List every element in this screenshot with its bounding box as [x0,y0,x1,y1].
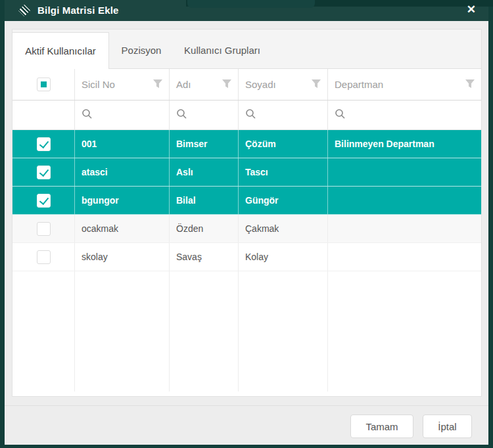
dialog-title: Bilgi Matrisi Ekle [37,0,119,21]
table-cell: atasci [74,158,169,186]
table-body: 001BimserÇözümBilinmeyen Departmanatasci… [12,130,481,271]
search-icon [82,108,93,122]
table-row[interactable]: atasciAslıTascı [12,158,481,187]
table-cell: Bimser [169,130,238,158]
dialog-titlebar: Bilgi Matrisi Ekle ✕ [5,0,488,21]
select-all-checkbox[interactable] [37,78,51,91]
column-header-sicil-no[interactable]: Sicil No [74,69,169,100]
table-filter-row [12,101,481,130]
table-cell: Bilal [169,187,238,214]
search-icon [176,108,187,122]
filter-funnel-icon[interactable] [222,79,231,90]
table-cell: Güngör [238,187,327,214]
table-cell: ocakmak [74,215,169,242]
cancel-button[interactable]: İptal [423,414,472,438]
row-checkbox[interactable] [37,250,51,264]
tab-bar: Aktif Kullanıcılar Pozisyon Kullanıcı Gr… [12,30,481,69]
tab-pozisyon[interactable]: Pozisyon [108,32,174,68]
filter-funnel-icon[interactable] [153,79,162,90]
tab-aktif-kullanicilar[interactable]: Aktif Kullanıcılar [12,32,109,69]
table-cell [327,158,481,186]
close-icon[interactable]: ✕ [467,0,476,20]
row-checkbox-cell [12,187,74,214]
column-header-adi[interactable]: Adı [169,69,238,100]
table-empty-area [12,271,481,392]
table-cell: Çakmak [238,215,327,242]
ok-button[interactable]: Tamam [350,414,413,438]
filter-funnel-icon[interactable] [312,79,321,90]
table-row[interactable]: bgungorBilalGüngör [12,187,481,215]
table-cell: Özden [169,215,238,242]
dialog: Bilgi Matrisi Ekle ✕ Aktif Kullanıcılar … [5,0,488,445]
search-icon [245,108,256,122]
row-checkbox-cell [12,243,74,271]
column-header-soyadi[interactable]: Soyadı [238,69,327,100]
filter-empty-cell [12,101,74,129]
content-panel: Aktif Kullanıcılar Pozisyon Kullanıcı Gr… [12,29,482,397]
table-cell: Aslı [169,158,238,186]
row-checkbox[interactable] [37,222,51,236]
row-checkbox[interactable] [37,166,51,179]
table-row[interactable]: skolaySavaşKolay [12,243,481,271]
row-checkbox[interactable] [37,194,51,208]
table-cell: Savaş [169,243,238,271]
tab-kullanici-gruplari[interactable]: Kullanıcı Grupları [174,32,270,68]
table-cell: 001 [74,130,169,158]
table-cell: Kolay [238,243,327,271]
table-row[interactable]: 001BimserÇözümBilinmeyen Departman [12,130,481,158]
background-artifact [187,0,315,8]
filter-funnel-icon[interactable] [465,79,475,90]
filter-input-soyadi[interactable] [238,101,327,129]
filter-input-departman[interactable] [327,101,481,129]
table-row[interactable]: ocakmakÖzdenÇakmak [12,215,481,243]
footer-divider [5,405,488,406]
row-checkbox[interactable] [37,137,51,151]
search-icon [335,108,346,122]
table-cell [327,215,481,242]
table-cell: bgungor [74,187,169,214]
select-all-cell [12,69,74,100]
row-checkbox-cell [12,158,74,186]
row-checkbox-cell [12,215,74,242]
column-header-departman[interactable]: Departman [327,69,481,100]
table-cell: Çözüm [238,130,327,158]
filter-input-sicil-no[interactable] [74,101,169,129]
hatched-diamond-icon [18,5,30,16]
dialog-body: Aktif Kullanıcılar Pozisyon Kullanıcı Gr… [5,21,488,445]
table-header-row: Sicil No Adı Soyadı [12,69,481,101]
footer-buttons: Tamam İptal [350,414,472,438]
table-cell: Bilinmeyen Departman [327,130,481,158]
table-cell: Tascı [238,158,327,186]
table-cell [327,243,481,271]
table-cell: skolay [74,243,169,271]
row-checkbox-cell [12,130,74,158]
table-cell [327,187,481,214]
filter-input-adi[interactable] [169,101,238,129]
